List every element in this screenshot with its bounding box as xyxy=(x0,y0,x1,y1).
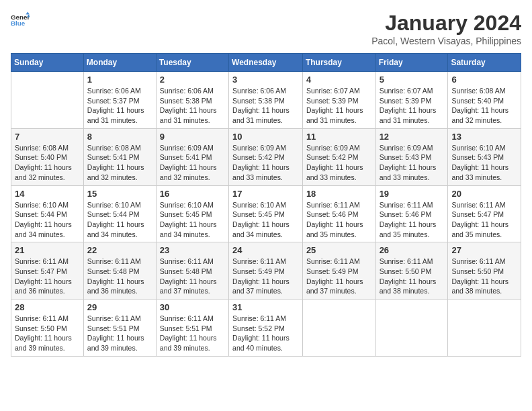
calendar-cell: 17Sunrise: 6:10 AMSunset: 5:45 PMDayligh… xyxy=(229,185,303,242)
day-number: 25 xyxy=(306,245,372,255)
calendar-cell xyxy=(448,300,521,357)
calendar-cell: 4Sunrise: 6:07 AMSunset: 5:39 PMDaylight… xyxy=(302,72,375,129)
weekday-header-sunday: Sunday xyxy=(11,54,84,72)
day-number: 29 xyxy=(87,302,152,312)
day-number: 9 xyxy=(160,132,225,142)
day-number: 18 xyxy=(306,189,372,199)
day-info: Sunrise: 6:11 AMSunset: 5:51 PMDaylight:… xyxy=(160,314,225,353)
day-info: Sunrise: 6:11 AMSunset: 5:47 PMDaylight:… xyxy=(451,200,517,240)
calendar-cell: 7Sunrise: 6:08 AMSunset: 5:40 PMDaylight… xyxy=(11,128,84,185)
day-info: Sunrise: 6:08 AMSunset: 5:40 PMDaylight:… xyxy=(451,86,517,126)
calendar-cell: 23Sunrise: 6:11 AMSunset: 5:48 PMDayligh… xyxy=(156,242,228,300)
day-number: 1 xyxy=(87,75,152,85)
day-info: Sunrise: 6:08 AMSunset: 5:40 PMDaylight:… xyxy=(15,143,80,183)
day-info: Sunrise: 6:10 AMSunset: 5:44 PMDaylight:… xyxy=(87,200,152,240)
day-number: 3 xyxy=(232,75,299,85)
calendar-cell: 25Sunrise: 6:11 AMSunset: 5:49 PMDayligh… xyxy=(302,242,375,300)
calendar-week-1: 1Sunrise: 6:06 AMSunset: 5:37 PMDaylight… xyxy=(11,72,521,129)
calendar-table: SundayMondayTuesdayWednesdayThursdayFrid… xyxy=(11,53,521,357)
day-info: Sunrise: 6:10 AMSunset: 5:44 PMDaylight:… xyxy=(15,200,80,240)
calendar-cell: 18Sunrise: 6:11 AMSunset: 5:46 PMDayligh… xyxy=(302,185,375,242)
day-info: Sunrise: 6:11 AMSunset: 5:48 PMDaylight:… xyxy=(160,257,225,296)
day-number: 19 xyxy=(380,189,445,199)
calendar-header: SundayMondayTuesdayWednesdayThursdayFrid… xyxy=(11,54,521,72)
calendar-week-3: 14Sunrise: 6:10 AMSunset: 5:44 PMDayligh… xyxy=(11,185,521,242)
logo: General Blue xyxy=(11,11,30,30)
day-info: Sunrise: 6:09 AMSunset: 5:42 PMDaylight:… xyxy=(306,143,372,183)
weekday-header-friday: Friday xyxy=(375,54,448,72)
day-info: Sunrise: 6:07 AMSunset: 5:39 PMDaylight:… xyxy=(380,86,445,126)
calendar-cell: 19Sunrise: 6:11 AMSunset: 5:46 PMDayligh… xyxy=(375,185,448,242)
logo-icon: General Blue xyxy=(11,11,30,30)
day-number: 24 xyxy=(232,245,299,255)
title-section: January 2024 Pacol, Western Visayas, Phi… xyxy=(371,11,521,46)
day-info: Sunrise: 6:06 AMSunset: 5:37 PMDaylight:… xyxy=(87,86,152,126)
day-info: Sunrise: 6:06 AMSunset: 5:38 PMDaylight:… xyxy=(232,86,299,126)
day-info: Sunrise: 6:11 AMSunset: 5:52 PMDaylight:… xyxy=(232,314,299,353)
day-number: 16 xyxy=(160,189,225,199)
calendar-cell: 30Sunrise: 6:11 AMSunset: 5:51 PMDayligh… xyxy=(156,300,228,357)
calendar-cell: 11Sunrise: 6:09 AMSunset: 5:42 PMDayligh… xyxy=(302,128,375,185)
day-info: Sunrise: 6:11 AMSunset: 5:50 PMDaylight:… xyxy=(451,257,517,296)
weekday-header-saturday: Saturday xyxy=(448,54,521,72)
calendar-cell: 26Sunrise: 6:11 AMSunset: 5:50 PMDayligh… xyxy=(375,242,448,300)
day-number: 20 xyxy=(451,189,517,199)
calendar-cell: 16Sunrise: 6:10 AMSunset: 5:45 PMDayligh… xyxy=(156,185,228,242)
day-info: Sunrise: 6:07 AMSunset: 5:39 PMDaylight:… xyxy=(306,86,372,126)
day-number: 31 xyxy=(232,302,299,312)
calendar-cell: 15Sunrise: 6:10 AMSunset: 5:44 PMDayligh… xyxy=(83,185,156,242)
calendar-cell xyxy=(11,72,84,129)
day-number: 8 xyxy=(87,132,152,142)
day-info: Sunrise: 6:09 AMSunset: 5:41 PMDaylight:… xyxy=(160,143,225,183)
weekday-header-monday: Monday xyxy=(83,54,156,72)
subtitle: Pacol, Western Visayas, Philippines xyxy=(371,36,521,46)
calendar-cell: 2Sunrise: 6:06 AMSunset: 5:38 PMDaylight… xyxy=(156,72,228,129)
calendar-cell: 29Sunrise: 6:11 AMSunset: 5:51 PMDayligh… xyxy=(83,300,156,357)
day-info: Sunrise: 6:11 AMSunset: 5:50 PMDaylight:… xyxy=(15,314,80,353)
day-number: 30 xyxy=(160,302,225,312)
day-number: 2 xyxy=(160,75,225,85)
day-number: 14 xyxy=(15,189,80,199)
calendar-body: 1Sunrise: 6:06 AMSunset: 5:37 PMDaylight… xyxy=(11,72,521,357)
weekday-header-tuesday: Tuesday xyxy=(156,54,228,72)
weekday-header-thursday: Thursday xyxy=(302,54,375,72)
page-header: General Blue January 2024 Pacol, Western… xyxy=(11,11,521,46)
day-number: 17 xyxy=(232,189,299,199)
calendar-cell xyxy=(302,300,375,357)
calendar-cell: 31Sunrise: 6:11 AMSunset: 5:52 PMDayligh… xyxy=(229,300,303,357)
day-number: 22 xyxy=(87,245,152,255)
calendar-cell: 1Sunrise: 6:06 AMSunset: 5:37 PMDaylight… xyxy=(83,72,156,129)
day-number: 5 xyxy=(380,75,445,85)
day-info: Sunrise: 6:10 AMSunset: 5:43 PMDaylight:… xyxy=(451,143,517,183)
day-number: 27 xyxy=(451,245,517,255)
day-number: 21 xyxy=(15,245,80,255)
svg-text:Blue: Blue xyxy=(11,19,26,27)
day-info: Sunrise: 6:08 AMSunset: 5:41 PMDaylight:… xyxy=(87,143,152,183)
calendar-cell: 8Sunrise: 6:08 AMSunset: 5:41 PMDaylight… xyxy=(83,128,156,185)
day-info: Sunrise: 6:06 AMSunset: 5:38 PMDaylight:… xyxy=(160,86,225,126)
weekday-row: SundayMondayTuesdayWednesdayThursdayFrid… xyxy=(11,54,521,72)
day-number: 28 xyxy=(15,302,80,312)
calendar-cell: 13Sunrise: 6:10 AMSunset: 5:43 PMDayligh… xyxy=(448,128,521,185)
calendar-cell: 5Sunrise: 6:07 AMSunset: 5:39 PMDaylight… xyxy=(375,72,448,129)
calendar-cell: 20Sunrise: 6:11 AMSunset: 5:47 PMDayligh… xyxy=(448,185,521,242)
calendar-cell: 22Sunrise: 6:11 AMSunset: 5:48 PMDayligh… xyxy=(83,242,156,300)
day-number: 26 xyxy=(380,245,445,255)
calendar-cell: 10Sunrise: 6:09 AMSunset: 5:42 PMDayligh… xyxy=(229,128,303,185)
calendar-cell: 6Sunrise: 6:08 AMSunset: 5:40 PMDaylight… xyxy=(448,72,521,129)
calendar-week-2: 7Sunrise: 6:08 AMSunset: 5:40 PMDaylight… xyxy=(11,128,521,185)
day-info: Sunrise: 6:10 AMSunset: 5:45 PMDaylight:… xyxy=(232,200,299,240)
calendar-cell xyxy=(375,300,448,357)
day-number: 15 xyxy=(87,189,152,199)
day-info: Sunrise: 6:11 AMSunset: 5:49 PMDaylight:… xyxy=(306,257,372,296)
calendar-week-5: 28Sunrise: 6:11 AMSunset: 5:50 PMDayligh… xyxy=(11,300,521,357)
day-number: 6 xyxy=(451,75,517,85)
day-info: Sunrise: 6:09 AMSunset: 5:42 PMDaylight:… xyxy=(232,143,299,183)
day-number: 13 xyxy=(451,132,517,142)
calendar-cell: 3Sunrise: 6:06 AMSunset: 5:38 PMDaylight… xyxy=(229,72,303,129)
calendar-cell: 21Sunrise: 6:11 AMSunset: 5:47 PMDayligh… xyxy=(11,242,84,300)
calendar-cell: 27Sunrise: 6:11 AMSunset: 5:50 PMDayligh… xyxy=(448,242,521,300)
calendar-cell: 14Sunrise: 6:10 AMSunset: 5:44 PMDayligh… xyxy=(11,185,84,242)
calendar-cell: 24Sunrise: 6:11 AMSunset: 5:49 PMDayligh… xyxy=(229,242,303,300)
day-number: 12 xyxy=(380,132,445,142)
